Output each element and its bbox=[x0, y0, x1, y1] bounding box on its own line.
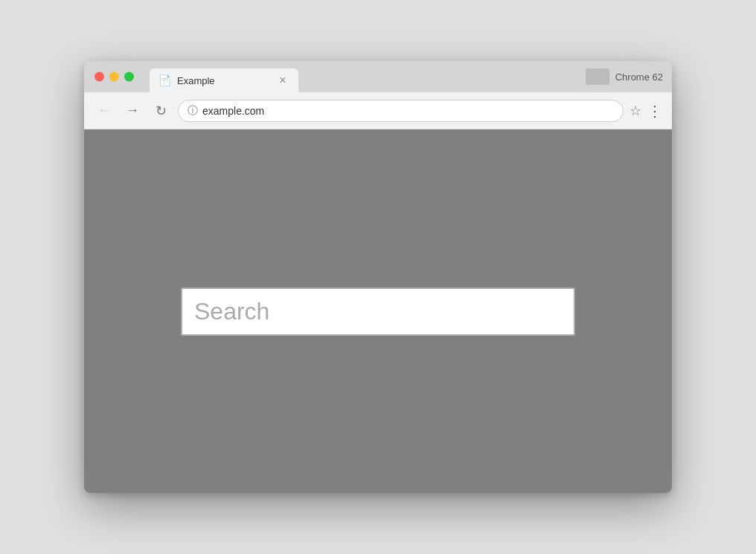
menu-button[interactable]: ⋮ bbox=[647, 102, 663, 120]
forward-button[interactable]: → bbox=[121, 100, 144, 122]
back-button[interactable]: ← bbox=[93, 100, 115, 122]
browser-window: 📄 Example × Chrome 62 ← → ↻ ⓘ ☆ ⋮ bbox=[84, 61, 672, 493]
close-button[interactable] bbox=[94, 72, 104, 82]
url-input[interactable] bbox=[202, 105, 614, 117]
tab-bar: 📄 Example × Chrome 62 bbox=[84, 61, 672, 92]
page-content bbox=[84, 130, 672, 493]
tab-page-icon: 📄 bbox=[158, 74, 171, 86]
reload-button[interactable]: ↻ bbox=[150, 100, 172, 122]
toolbar: ← → ↻ ⓘ ☆ ⋮ bbox=[84, 92, 672, 130]
tab-title: Example bbox=[177, 75, 270, 86]
chrome-version-label: Chrome 62 bbox=[586, 69, 663, 85]
active-tab[interactable]: 📄 Example × bbox=[150, 69, 298, 92]
search-input[interactable] bbox=[181, 287, 575, 336]
minimize-button[interactable] bbox=[109, 72, 119, 82]
tab-close-button[interactable]: × bbox=[276, 74, 289, 87]
chrome-version-text: Chrome 62 bbox=[615, 71, 663, 83]
address-bar[interactable]: ⓘ bbox=[178, 100, 624, 122]
security-icon: ⓘ bbox=[188, 104, 198, 118]
window-controls bbox=[94, 72, 134, 82]
bookmark-button[interactable]: ☆ bbox=[630, 103, 641, 119]
new-tab-button[interactable] bbox=[586, 69, 609, 85]
maximize-button[interactable] bbox=[124, 72, 134, 82]
